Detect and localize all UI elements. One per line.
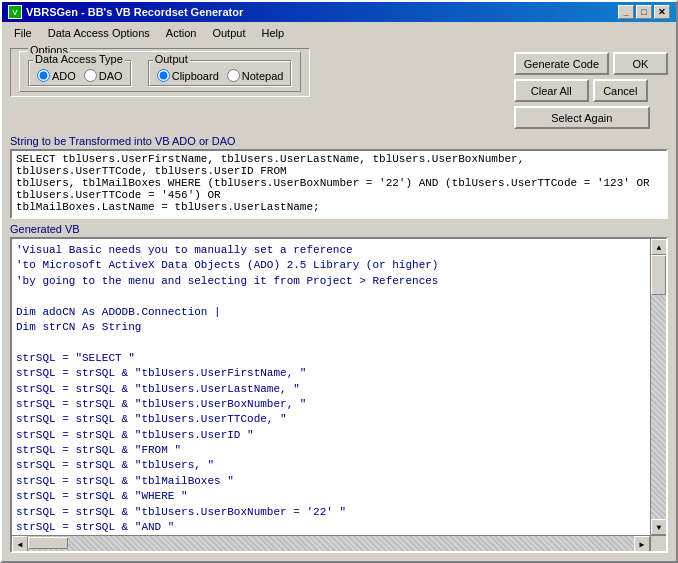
scroll-up-button[interactable]: ▲ — [651, 239, 667, 255]
ado-radio[interactable] — [37, 69, 50, 82]
scroll-track-v — [651, 255, 666, 519]
options-outer: Options Data Access Type ADO — [10, 48, 310, 97]
dao-radio[interactable] — [84, 69, 97, 82]
clipboard-radio-label[interactable]: Clipboard — [157, 69, 219, 82]
main-window: V VBRSGen - BB's VB Recordset Generator … — [0, 0, 678, 563]
options-group-inner: Options Data Access Type ADO — [19, 51, 301, 92]
string-label: String to be Transformed into VB ADO or … — [2, 133, 676, 149]
minimize-button[interactable]: _ — [618, 5, 634, 19]
output-text: 'Visual Basic needs you to manually set … — [12, 239, 650, 535]
clear-all-button[interactable]: Clear All — [514, 79, 589, 102]
scroll-right-button[interactable]: ▶ — [634, 536, 650, 552]
btn-row-2: Clear All Cancel — [514, 79, 668, 102]
output-scroll-area[interactable]: 'Visual Basic needs you to manually set … — [12, 239, 650, 535]
generate-code-button[interactable]: Generate Code — [514, 52, 609, 75]
close-button[interactable]: ✕ — [654, 5, 670, 19]
menu-action[interactable]: Action — [158, 25, 205, 41]
btn-row-1: Generate Code OK — [514, 52, 668, 75]
title-bar-left: V VBRSGen - BB's VB Recordset Generator — [8, 5, 243, 19]
toolbar: Options Data Access Type ADO — [2, 44, 676, 133]
sql-input[interactable] — [10, 149, 668, 219]
scroll-down-button[interactable]: ▼ — [651, 519, 667, 535]
horizontal-scrollbar[interactable]: ◀ ▶ — [12, 535, 650, 551]
ado-radio-label[interactable]: ADO — [37, 69, 76, 82]
title-bar: V VBRSGen - BB's VB Recordset Generator … — [2, 2, 676, 22]
ok-button[interactable]: OK — [613, 52, 668, 75]
clipboard-radio[interactable] — [157, 69, 170, 82]
output-options: Clipboard Notepad — [157, 69, 284, 82]
generated-label: Generated VB — [2, 219, 676, 237]
dao-radio-label[interactable]: DAO — [84, 69, 123, 82]
menu-data-access[interactable]: Data Access Options — [40, 25, 158, 41]
btn-row-3: Select Again — [514, 106, 668, 129]
app-icon: V — [8, 5, 22, 19]
notepad-radio-label[interactable]: Notepad — [227, 69, 284, 82]
output-container: 'Visual Basic needs you to manually set … — [10, 237, 668, 553]
output-legend: Output — [153, 53, 190, 65]
menu-bar: File Data Access Options Action Output H… — [2, 22, 676, 44]
scroll-thumb-h[interactable] — [28, 537, 68, 549]
menu-help[interactable]: Help — [253, 25, 292, 41]
title-buttons: _ □ ✕ — [618, 5, 670, 19]
scroll-left-button[interactable]: ◀ — [12, 536, 28, 552]
menu-file[interactable]: File — [6, 25, 40, 41]
data-access-legend: Data Access Type — [33, 53, 125, 65]
scroll-track-h — [28, 536, 634, 551]
maximize-button[interactable]: □ — [636, 5, 652, 19]
data-access-options: ADO DAO — [37, 69, 123, 82]
vertical-scrollbar[interactable]: ▲ ▼ — [650, 239, 666, 535]
menu-output[interactable]: Output — [204, 25, 253, 41]
select-again-button[interactable]: Select Again — [514, 106, 650, 129]
scroll-thumb-v[interactable] — [651, 255, 666, 295]
scrollbar-corner — [650, 535, 666, 551]
options-group: Options Data Access Type ADO — [10, 48, 310, 97]
notepad-radio[interactable] — [227, 69, 240, 82]
window-title: VBRSGen - BB's VB Recordset Generator — [26, 6, 243, 18]
buttons-area: Generate Code OK Clear All Cancel Select… — [514, 48, 668, 129]
cancel-button[interactable]: Cancel — [593, 79, 648, 102]
